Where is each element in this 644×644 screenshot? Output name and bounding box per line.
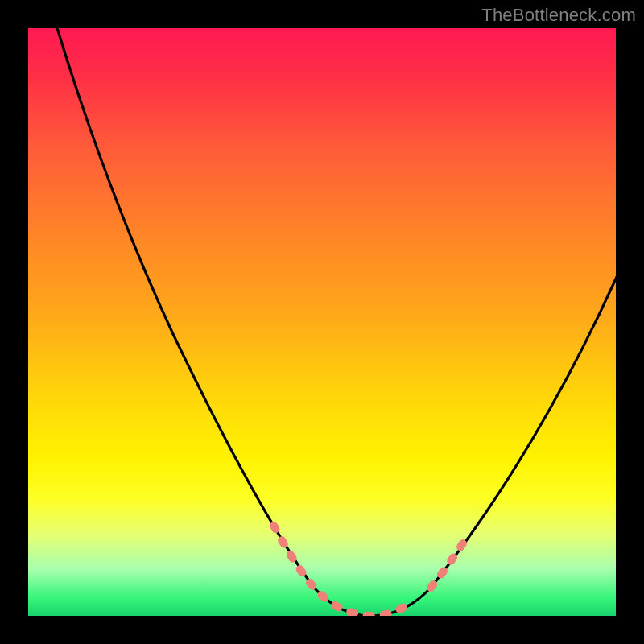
- watermark-text: TheBottleneck.com: [481, 5, 636, 26]
- plot-area: [28, 28, 616, 616]
- chart-frame: TheBottleneck.com: [0, 0, 644, 644]
- highlight-left: [274, 526, 405, 616]
- curve-path: [55, 28, 616, 616]
- bottleneck-curve: [28, 28, 616, 616]
